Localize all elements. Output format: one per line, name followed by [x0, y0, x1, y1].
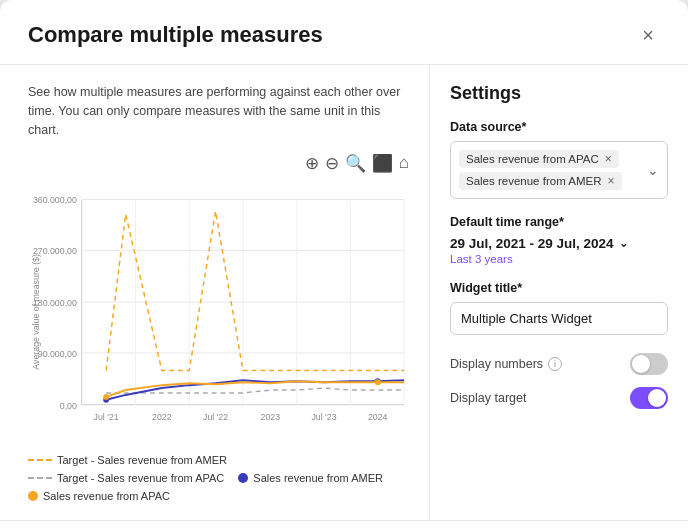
tag-amer-label: Sales revenue from AMER [466, 175, 602, 187]
time-range-section: Default time range* 29 Jul, 2021 - 29 Ju… [450, 215, 668, 265]
display-numbers-info-icon[interactable]: i [548, 357, 562, 371]
tag-amer[interactable]: Sales revenue from AMER × [459, 172, 622, 190]
chevron-down-icon[interactable]: ⌄ [647, 162, 659, 178]
display-numbers-label: Display numbers i [450, 357, 562, 371]
time-range-text: 29 Jul, 2021 - 29 Jul, 2024 [450, 236, 614, 251]
legend-dash-amer [28, 459, 52, 461]
zoom-out-icon[interactable]: ⊖ [325, 153, 339, 174]
x-tick-1: 2022 [152, 413, 172, 423]
left-panel: See how multiple measures are performing… [0, 65, 430, 520]
x-tick-4: Jul '23 [311, 413, 336, 423]
modal-header: Compare multiple measures × [0, 0, 688, 65]
search-icon[interactable]: 🔍 [345, 153, 366, 174]
x-tick-0: Jul '21 [94, 413, 119, 423]
time-range-label: Default time range* [450, 215, 668, 229]
description-text: See how multiple measures are performing… [28, 83, 409, 139]
settings-title: Settings [450, 83, 668, 104]
tag-amer-remove[interactable]: × [608, 174, 615, 188]
tag-apac-label: Sales revenue from APAC [466, 153, 599, 165]
y-tick-4: 360.000,00 [33, 196, 77, 206]
tag-apac-remove[interactable]: × [605, 152, 612, 166]
legend-label-apac: Sales revenue from APAC [43, 490, 170, 502]
settings-panel: Settings Data source* Sales revenue from… [430, 65, 688, 520]
display-target-row: Display target [450, 387, 668, 409]
modal-title: Compare multiple measures [28, 22, 323, 48]
x-tick-3: 2023 [261, 413, 281, 423]
legend-dash-apac [28, 477, 52, 479]
compare-measures-modal: Compare multiple measures × See how mult… [0, 0, 688, 532]
export-icon[interactable]: ⬛ [372, 153, 393, 174]
display-numbers-slider [630, 353, 668, 375]
widget-title-input[interactable] [450, 302, 668, 335]
legend-dot-apac [28, 491, 38, 501]
display-target-slider [630, 387, 668, 409]
legend-amer: Sales revenue from AMER [238, 472, 383, 484]
data-source-box[interactable]: Sales revenue from APAC × Sales revenue … [450, 141, 668, 199]
legend-apac: Sales revenue from APAC [28, 490, 170, 502]
display-target-text: Display target [450, 391, 526, 405]
apac-dot-0 [103, 394, 109, 400]
y-tick-1: 90.000,00 [38, 349, 77, 359]
data-source-label: Data source* [450, 120, 668, 134]
widget-title-section: Widget title* [450, 281, 668, 335]
display-numbers-text: Display numbers [450, 357, 543, 371]
tag-apac[interactable]: Sales revenue from APAC × [459, 150, 619, 168]
target-apac-line [106, 212, 404, 371]
time-range-chevron-icon: ⌄ [619, 237, 628, 250]
legend-target-amer: Target - Sales revenue from AMER [28, 454, 227, 466]
legend-label-target-apac: Target - Sales revenue from APAC [57, 472, 224, 484]
legend-target-apac: Target - Sales revenue from APAC [28, 472, 224, 484]
display-target-toggle[interactable] [630, 387, 668, 409]
x-tick-2: Jul '22 [203, 413, 228, 423]
display-numbers-toggle[interactable] [630, 353, 668, 375]
apac-revenue-line [106, 381, 404, 397]
y-tick-3: 270.000,00 [33, 246, 77, 256]
modal-footer: Back Save [0, 520, 688, 532]
legend-label-amer: Sales revenue from AMER [253, 472, 383, 484]
chart-legend: Target - Sales revenue from AMER Target … [28, 454, 409, 502]
close-button[interactable]: × [636, 23, 660, 47]
time-range-sub: Last 3 years [450, 253, 668, 265]
modal-body: See how multiple measures are performing… [0, 65, 688, 520]
y-tick-0: 0,00 [60, 401, 77, 411]
chart-area: Average value of measure ($) 360.000,00 … [28, 178, 409, 446]
zoom-in-icon[interactable]: ⊕ [305, 153, 319, 174]
time-range-value[interactable]: 29 Jul, 2021 - 29 Jul, 2024 ⌄ [450, 236, 668, 251]
x-tick-5: 2024 [368, 413, 388, 423]
apac-dot-1 [375, 380, 381, 386]
home-icon[interactable]: ⌂ [399, 153, 409, 174]
legend-label-target-amer: Target - Sales revenue from AMER [57, 454, 227, 466]
legend-dot-amer [238, 473, 248, 483]
display-target-label: Display target [450, 391, 526, 405]
y-tick-2: 180.000,00 [33, 298, 77, 308]
widget-title-label: Widget title* [450, 281, 668, 295]
chart-controls: ⊕ ⊖ 🔍 ⬛ ⌂ [28, 153, 409, 174]
display-numbers-row: Display numbers i [450, 353, 668, 375]
